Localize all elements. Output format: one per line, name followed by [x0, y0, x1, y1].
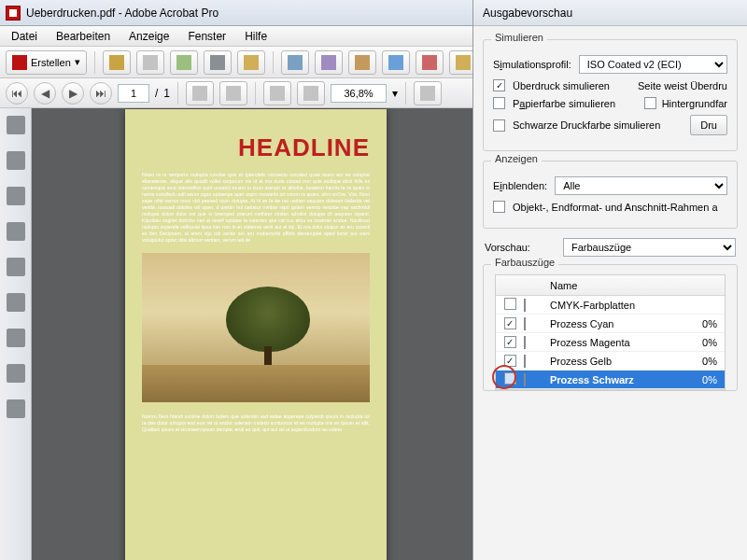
form-button[interactable]	[382, 50, 410, 75]
print-button[interactable]	[204, 50, 232, 75]
multimedia-icon	[422, 55, 437, 70]
acrobat-icon	[6, 6, 21, 21]
sep-cmyk-swatch	[524, 299, 526, 312]
separator	[405, 82, 406, 105]
attachments-icon[interactable]	[7, 222, 25, 241]
undo-icon[interactable]	[7, 187, 25, 205]
sep-magenta-name: Prozess Magenta	[544, 337, 691, 348]
cloud-button[interactable]	[170, 50, 198, 75]
sep-yellow-swatch	[524, 355, 526, 368]
first-page-button[interactable]: ⏮	[6, 82, 28, 105]
separations-list: Name CMYK-Farbplatten Prozess Cyan 0%	[495, 274, 726, 390]
zoom-out-button[interactable]	[263, 81, 291, 105]
signatures-icon[interactable]	[7, 293, 25, 312]
sep-row-black[interactable]: Prozess Schwarz 0%	[496, 371, 725, 389]
marquee-zoom-button[interactable]	[414, 81, 442, 105]
hand-icon	[192, 86, 207, 101]
save-button[interactable]	[136, 50, 164, 75]
prev-page-button[interactable]: ◀	[34, 82, 56, 105]
share-button[interactable]	[281, 50, 309, 75]
object-frames-label: Objekt-, Endformat- und Anschnitt-Rahmen…	[513, 202, 718, 213]
dropdown-icon[interactable]: ▾	[392, 87, 398, 100]
sep-magenta-swatch	[524, 336, 526, 349]
scan-button[interactable]	[315, 50, 343, 75]
papercolor-label: Papierfarbe simulieren	[513, 98, 615, 109]
bookmarks-icon[interactable]	[7, 151, 25, 170]
sep-row-cmyk[interactable]: CMYK-Farbplatten	[496, 296, 725, 315]
sep-black-swatch	[524, 373, 526, 386]
separator	[273, 51, 274, 74]
annotation-circle	[492, 365, 516, 389]
simulate-legend: Simulieren	[491, 32, 547, 43]
zoom-input[interactable]	[331, 84, 387, 103]
object-frames-checkbox[interactable]	[493, 201, 505, 213]
separator	[177, 82, 178, 105]
next-page-button[interactable]: ▶	[62, 82, 84, 105]
col-name-header: Name	[544, 280, 691, 291]
print-button-panel[interactable]: Dru	[690, 115, 727, 135]
sep-cyan-name: Prozess Cyan	[544, 318, 691, 329]
zoom-in-button[interactable]	[297, 81, 325, 105]
thumbnails-icon[interactable]	[7, 116, 25, 134]
bgcolor-checkbox[interactable]	[644, 97, 656, 109]
sep-cyan-swatch	[524, 317, 526, 330]
last-page-button[interactable]: ⏭	[90, 82, 112, 105]
sep-cmyk-checkbox[interactable]	[504, 298, 516, 310]
mail-button[interactable]	[237, 50, 265, 75]
sep-black-pct: 0%	[691, 374, 725, 385]
bgcolor-label: Hintergrundfar	[662, 98, 727, 109]
vorschau-row: Vorschau: Farbauszüge	[485, 238, 736, 257]
open-button[interactable]	[103, 50, 131, 75]
sep-row-magenta[interactable]: Prozess Magenta 0%	[496, 333, 725, 352]
separations-header: Name	[496, 275, 725, 296]
vorschau-label: Vorschau:	[485, 242, 554, 253]
page-sep: /	[155, 87, 158, 100]
select-tool-button[interactable]	[219, 81, 247, 105]
anzeigen-legend: Anzeigen	[491, 153, 542, 164]
print-icon	[210, 55, 225, 70]
page-overprint-info: Seite weist Überdru	[638, 80, 727, 91]
overprint-checkbox[interactable]	[493, 79, 505, 91]
output-preview-panel: Ausgabevorschau Simulieren Simulationspr…	[472, 0, 747, 560]
sep-row-cyan[interactable]: Prozess Cyan 0%	[496, 315, 725, 333]
overprint-label: Überdruck simulieren	[513, 80, 610, 91]
menu-hilfe[interactable]: Hilfe	[237, 28, 275, 45]
separator	[255, 82, 256, 105]
tags-icon[interactable]	[7, 364, 25, 383]
hand-tool-button[interactable]	[186, 81, 214, 105]
menu-anzeige[interactable]: Anzeige	[121, 28, 176, 45]
create-label: Erstellen	[31, 57, 71, 68]
page-total: 1	[163, 87, 170, 100]
einblenden-select[interactable]: Alle	[555, 176, 727, 195]
pdf-page: HEADLINE Niaist ra in remporro molupta c…	[125, 109, 387, 560]
simulate-group: Simulieren Simulationsprofil: ISO Coated…	[483, 39, 738, 151]
left-rail	[0, 108, 32, 560]
standards-icon[interactable]	[7, 329, 25, 347]
menu-datei[interactable]: Datei	[4, 28, 45, 45]
page-current-input[interactable]	[118, 84, 149, 103]
menu-fenster[interactable]: Fenster	[180, 28, 233, 45]
menu-bearbeiten[interactable]: Bearbeiten	[49, 28, 118, 45]
select-icon	[226, 86, 241, 101]
sim-profile-select[interactable]: ISO Coated v2 (ECI)	[579, 55, 727, 74]
separator	[94, 51, 95, 74]
sep-row-yellow[interactable]: Prozess Gelb 0%	[496, 352, 725, 371]
layers-icon[interactable]	[7, 258, 25, 276]
sep-magenta-pct: 0%	[691, 337, 725, 348]
sep-magenta-checkbox[interactable]	[504, 336, 516, 348]
anzeigen-group: Anzeigen Einblenden: Alle Objekt-, Endfo…	[483, 161, 738, 229]
edit-text-button[interactable]	[348, 50, 376, 75]
body-text-2: Notnru Xern hlandi sunime dolorr bidem q…	[125, 412, 387, 433]
papercolor-checkbox[interactable]	[493, 97, 505, 109]
vorschau-select[interactable]: Farbauszüge	[563, 238, 736, 257]
blackink-label: Schwarze Druckfarbe simulieren	[513, 119, 660, 131]
multimedia-button[interactable]	[416, 50, 444, 75]
sep-cyan-checkbox[interactable]	[504, 317, 516, 329]
create-button[interactable]: Erstellen ▾	[6, 50, 87, 75]
sep-yellow-name: Prozess Gelb	[544, 356, 691, 367]
order-icon[interactable]	[7, 399, 25, 418]
body-text-1: Niaist ra in remporro molupta cusdae qui…	[125, 172, 387, 244]
zoom-out-icon	[270, 86, 285, 101]
blackink-checkbox[interactable]	[493, 119, 505, 132]
farbauszuege-legend: Farbauszüge	[491, 257, 558, 268]
